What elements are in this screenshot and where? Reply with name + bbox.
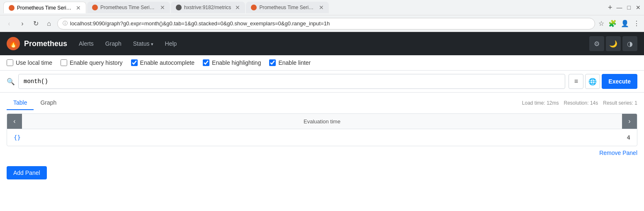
nav-links: AlertsGraphStatusHelp (74, 38, 182, 49)
enable-query-history-label: Enable query history (70, 59, 123, 66)
bookmark-button[interactable]: ☆ (598, 20, 604, 27)
minimize-button[interactable]: — (617, 4, 622, 11)
tab-close-icon[interactable]: ✕ (235, 4, 240, 11)
address-bar: ‹ › ↻ ⌂ ⓘ localhost:9090/graph?g0.expr=m… (0, 15, 644, 32)
results-area: TableGraph Load time: 12ms Resolution: 1… (0, 93, 644, 166)
settings-bar: Use local timeEnable query historyEnable… (0, 55, 644, 71)
enable-highlighting-label: Enable highlighting (212, 59, 261, 66)
tab-close-icon[interactable]: ✕ (76, 5, 81, 11)
browser-tab-tab4[interactable]: Prometheus Time Series Coll...✕ (246, 2, 329, 13)
eval-time-row: ‹ Evaluation time › (7, 114, 637, 129)
new-tab-button[interactable]: + (605, 3, 616, 12)
nav-link-graph[interactable]: Graph (100, 38, 126, 49)
enable-autocomplete-label: Enable autocomplete (140, 59, 195, 66)
remove-panel-link[interactable]: Remove Panel (599, 150, 637, 156)
profile-button[interactable]: 👤 (621, 20, 629, 27)
panel-actions: Remove Panel (0, 150, 644, 159)
lock-icon: ⓘ (63, 20, 68, 27)
result-table: ‹ Evaluation time › {}4 (7, 113, 637, 146)
gear-button[interactable]: ⚙ (589, 36, 604, 51)
add-panel-area: Add Panel (0, 166, 644, 179)
add-panel-button[interactable]: Add Panel (7, 166, 47, 179)
eval-next-button[interactable]: › (622, 114, 637, 129)
enable-query-history-checkbox[interactable] (61, 59, 67, 66)
browser-tab-tab3[interactable]: hxstrive:9182/metrics✕ (171, 2, 245, 13)
result-tab-table[interactable]: Table (7, 96, 34, 110)
window-controls: — □ ✕ (617, 4, 641, 11)
table-row: {}4 (7, 129, 637, 146)
browser-tab-tab2[interactable]: Prometheus Time Series Coll...✕ (87, 2, 170, 13)
forward-button[interactable]: › (17, 20, 27, 27)
tab-label: hxstrive:9182/metrics (184, 5, 231, 10)
checkbox-enable-highlighting[interactable]: Enable highlighting (203, 59, 261, 66)
reload-button[interactable]: ↻ (31, 20, 41, 27)
app-logo: 🔥 Prometheus (7, 37, 67, 50)
execute-button[interactable]: Execute (602, 74, 637, 89)
query-input[interactable] (18, 74, 565, 89)
tab-label: Prometheus Time Series Coll... (259, 5, 315, 10)
browser-tab-tab1[interactable]: Prometheus Time Series Coll...✕ (3, 2, 86, 13)
enable-linter-checkbox[interactable] (269, 59, 276, 66)
navbar-actions: ⚙🌙◑ (589, 36, 637, 51)
close-button[interactable]: ✕ (636, 4, 641, 11)
tab-favicon (251, 5, 257, 10)
address-bar-actions: ☆ 🧩 👤 ⋮ (598, 20, 640, 27)
browser-chrome: Prometheus Time Series Coll...✕Prometheu… (0, 0, 644, 32)
resolution: Resolution: 14s (564, 100, 598, 106)
menu-button[interactable]: ⋮ (633, 20, 640, 27)
enable-linter-label: Enable linter (278, 59, 311, 66)
search-icon: 🔍 (7, 78, 15, 86)
load-time: Load time: 12ms (522, 100, 559, 106)
tab-close-icon[interactable]: ✕ (160, 4, 165, 11)
history-button[interactable]: ≡ (569, 74, 583, 89)
results-header: TableGraph Load time: 12ms Resolution: 1… (0, 93, 644, 110)
contrast-button[interactable]: ◑ (622, 36, 637, 51)
query-bar: 🔍 ≡ 🌐 Execute (0, 71, 644, 93)
extensions-button[interactable]: 🧩 (608, 20, 617, 27)
back-button[interactable]: ‹ (4, 20, 14, 27)
tab-favicon (9, 5, 15, 11)
url-bar[interactable]: ⓘ localhost:9090/graph?g0.expr=month()&g… (57, 18, 595, 29)
result-series: Result series: 1 (603, 100, 637, 106)
nav-link-alerts[interactable]: Alerts (74, 38, 99, 49)
row-label: {} (14, 134, 627, 141)
result-meta: Load time: 12ms Resolution: 14s Result s… (522, 100, 637, 106)
eval-time-label: Evaluation time (22, 115, 622, 128)
maximize-button[interactable]: □ (627, 4, 631, 11)
enable-autocomplete-checkbox[interactable] (131, 59, 138, 66)
nav-link-help[interactable]: Help (160, 38, 182, 49)
app-navbar: 🔥 Prometheus AlertsGraphStatusHelp ⚙🌙◑ (0, 32, 644, 55)
result-tabs: TableGraph (7, 96, 63, 110)
tab-favicon (176, 5, 182, 10)
checkbox-enable-query-history[interactable]: Enable query history (61, 59, 123, 66)
query-actions: ≡ 🌐 Execute (569, 74, 637, 89)
checkbox-enable-autocomplete[interactable]: Enable autocomplete (131, 59, 195, 66)
url-text: localhost:9090/graph?g0.expr=month()&g0.… (70, 20, 330, 27)
nav-link-status[interactable]: Status (128, 38, 158, 49)
tab-bar: Prometheus Time Series Coll...✕Prometheu… (0, 0, 644, 15)
home-button[interactable]: ⌂ (44, 20, 54, 27)
checkbox-use-local-time[interactable]: Use local time (7, 59, 52, 66)
moon-button[interactable]: 🌙 (606, 36, 621, 51)
logo-text: Prometheus (24, 39, 67, 48)
metrics-browser-button[interactable]: 🌐 (585, 74, 600, 89)
tab-label: Prometheus Time Series Coll... (17, 5, 72, 11)
use-local-time-label: Use local time (16, 59, 52, 66)
eval-prev-button[interactable]: ‹ (7, 114, 22, 129)
use-local-time-checkbox[interactable] (7, 59, 13, 66)
result-tab-graph[interactable]: Graph (34, 96, 63, 110)
checkbox-enable-linter[interactable]: Enable linter (269, 59, 311, 66)
tab-label: Prometheus Time Series Coll... (100, 5, 156, 10)
enable-highlighting-checkbox[interactable] (203, 59, 209, 66)
tab-close-icon[interactable]: ✕ (319, 4, 324, 11)
tab-favicon (92, 5, 98, 10)
logo-icon: 🔥 (7, 37, 20, 50)
row-value: 4 (627, 134, 630, 141)
